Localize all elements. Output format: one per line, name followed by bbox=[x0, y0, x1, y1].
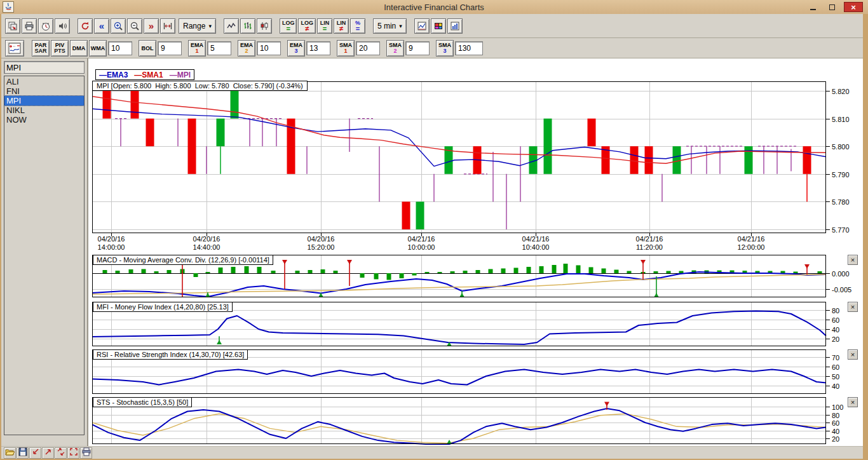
sma2-period-field[interactable]: 9 bbox=[405, 41, 430, 55]
ema2-period-field[interactable]: 10 bbox=[257, 41, 281, 55]
timer-button[interactable] bbox=[38, 18, 53, 34]
save-icon bbox=[18, 447, 27, 458]
chevron-down-icon: ▾ bbox=[399, 23, 402, 29]
status-bar bbox=[1, 446, 863, 459]
chart-preview-icon bbox=[417, 21, 427, 31]
ohlc-bars-button[interactable] bbox=[240, 18, 255, 34]
mfi-close-button[interactable]: × bbox=[848, 302, 858, 312]
refresh-button[interactable] bbox=[78, 18, 93, 34]
svg-text:20: 20 bbox=[832, 435, 839, 443]
add-indicator-button[interactable] bbox=[5, 40, 24, 57]
candlestick-button[interactable] bbox=[257, 18, 272, 34]
legend-item-mpi: —MPI bbox=[170, 71, 191, 79]
transfer-icon bbox=[57, 447, 65, 458]
svg-text:20: 20 bbox=[832, 335, 839, 343]
report-button[interactable] bbox=[447, 18, 463, 34]
piv-pts-button[interactable]: PIVPTS bbox=[51, 40, 69, 57]
symbol-list-item-fni[interactable]: FNI bbox=[4, 86, 84, 96]
import-button[interactable] bbox=[29, 447, 41, 459]
svg-text:70: 70 bbox=[832, 354, 839, 362]
fullscreen-button[interactable] bbox=[67, 447, 79, 459]
range-label: Range bbox=[183, 22, 205, 30]
sts-close-button[interactable]: × bbox=[848, 397, 858, 407]
svg-text:60: 60 bbox=[832, 419, 839, 427]
export-icon bbox=[44, 447, 53, 458]
indicator-add-icon bbox=[8, 43, 21, 54]
color-settings-button[interactable] bbox=[431, 18, 446, 34]
x-axis-label: 04/21/1610:40:00 bbox=[510, 235, 561, 252]
svg-text:0.000: 0.000 bbox=[832, 270, 850, 278]
mfi-panel-label: MFI - Money Flow Index (14,20,80) [25.13… bbox=[93, 302, 233, 312]
x-axis-label: 04/20/1614:40:00 bbox=[181, 235, 232, 252]
svg-text:40: 40 bbox=[832, 382, 839, 390]
scale-button-lin-neq[interactable]: LIN≠ bbox=[334, 18, 349, 34]
scale-button-log-eq[interactable]: LOG= bbox=[280, 18, 297, 34]
x-axis-label: 04/21/1610:00:00 bbox=[396, 235, 447, 252]
wma-period-field[interactable]: 10 bbox=[108, 41, 132, 55]
scale-button-pct-eq[interactable]: %= bbox=[350, 18, 365, 34]
print-chart-button[interactable] bbox=[22, 18, 37, 34]
ema2-button[interactable]: EMA2 bbox=[238, 40, 255, 57]
close-button[interactable]: × bbox=[844, 2, 863, 12]
bol-button[interactable]: BOL bbox=[139, 40, 156, 57]
maximize-button[interactable] bbox=[824, 2, 840, 12]
scale-button-log-neq[interactable]: LOG≠ bbox=[298, 18, 316, 34]
fit-width-button[interactable] bbox=[160, 18, 175, 34]
snapshot-button[interactable] bbox=[5, 18, 20, 34]
save-button[interactable] bbox=[17, 447, 29, 459]
symbol-list-item-mpi[interactable]: MPI bbox=[4, 96, 84, 105]
double-chevron-left-icon: « bbox=[99, 20, 104, 31]
double-chevron-right-icon: » bbox=[149, 20, 154, 31]
sma1-button[interactable]: SMA1 bbox=[337, 40, 355, 57]
speaker-icon bbox=[57, 21, 67, 31]
scale-button-lin-eq[interactable]: LIN= bbox=[317, 18, 332, 34]
ema1-period-field[interactable]: 5 bbox=[207, 41, 231, 55]
ema1-button[interactable]: EMA1 bbox=[188, 40, 206, 57]
macd-panel-label: MACD - Moving Average Conv. Div. (12,26,… bbox=[93, 255, 273, 265]
range-dropdown[interactable]: Range ▾ bbox=[179, 18, 216, 34]
export-button[interactable] bbox=[42, 447, 54, 459]
sound-button[interactable] bbox=[55, 18, 70, 34]
sma1-period-field[interactable]: 20 bbox=[356, 41, 380, 55]
zoom-out-button[interactable] bbox=[127, 18, 142, 34]
sma3-period-field[interactable]: 130 bbox=[455, 41, 483, 55]
scroll-right-button[interactable]: » bbox=[144, 18, 159, 34]
app-window: Interactive Financial Charts × « » Range… bbox=[0, 0, 868, 460]
svg-text:-0.005: -0.005 bbox=[832, 286, 851, 294]
dma-button[interactable]: DMA bbox=[70, 40, 88, 57]
svg-text:5.770: 5.770 bbox=[832, 226, 850, 234]
fullscreen-icon bbox=[69, 447, 78, 458]
symbol-list-item-nikl[interactable]: NIKL bbox=[4, 105, 84, 115]
chart-legend: —EMA3—SMA1—MPI bbox=[95, 69, 194, 80]
open-button[interactable] bbox=[4, 447, 16, 459]
symbol-list-item-ali[interactable]: ALI bbox=[4, 77, 84, 86]
indicator-toolbar: PARSARPIVPTSDMAWMA10BOL9EMA15EMA210EMA31… bbox=[1, 38, 863, 58]
scroll-left-button[interactable]: « bbox=[94, 18, 109, 34]
ema3-period-field[interactable]: 13 bbox=[306, 41, 330, 55]
bol-period-field[interactable]: 9 bbox=[158, 41, 182, 55]
sma2-button[interactable]: SMA2 bbox=[386, 40, 404, 57]
svg-text:50: 50 bbox=[832, 373, 839, 381]
interval-dropdown[interactable]: 5 min ▾ bbox=[373, 18, 407, 34]
rsi-close-button[interactable]: × bbox=[848, 349, 858, 360]
symbol-list-item-now[interactable]: NOW bbox=[4, 115, 84, 125]
sma3-button[interactable]: SMA3 bbox=[436, 40, 454, 57]
svg-text:5.790: 5.790 bbox=[832, 171, 850, 179]
main-toolbar: « » Range ▾ LOG=LOG≠LIN=LIN≠%= 5 min ▾ bbox=[1, 14, 863, 38]
wma-button[interactable]: WMA bbox=[89, 40, 107, 57]
macd-close-button[interactable]: × bbox=[848, 255, 858, 265]
minimize-button[interactable] bbox=[804, 2, 821, 12]
symbol-filter-input[interactable] bbox=[4, 61, 85, 74]
transfer-button[interactable] bbox=[55, 447, 67, 459]
par-sar-button[interactable]: PARSAR bbox=[32, 40, 50, 57]
line-chart-button[interactable] bbox=[224, 18, 239, 34]
ema3-button[interactable]: EMA3 bbox=[287, 40, 305, 57]
print-button[interactable] bbox=[80, 447, 92, 459]
sts-panel-label: STS - Stochastic (15,3,5) [50] bbox=[93, 397, 192, 407]
zoom-in-button[interactable] bbox=[111, 18, 126, 34]
fit-width-icon bbox=[163, 21, 173, 31]
zoom-out-icon bbox=[130, 21, 140, 31]
svg-text:5.810: 5.810 bbox=[832, 116, 850, 123]
x-axis-label: 04/20/1614:00:00 bbox=[86, 235, 137, 252]
chart-preview-button[interactable] bbox=[414, 18, 430, 34]
